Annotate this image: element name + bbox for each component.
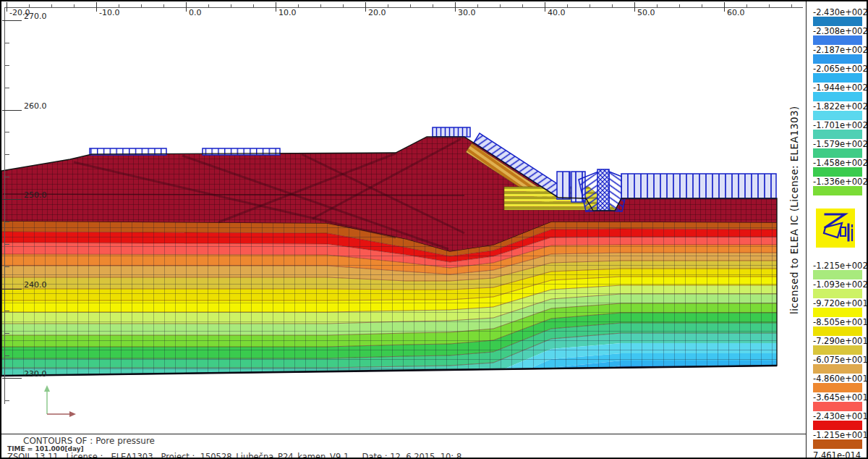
x-tick [7, 2, 7, 12]
x-ruler [4, 7, 803, 8]
x-minor-tick [679, 4, 680, 8]
y-tick [2, 20, 22, 21]
legend-value: -2.065e+002 [813, 64, 868, 74]
x-minor-tick [702, 4, 702, 8]
x-tick-label: -10.0 [99, 8, 119, 17]
legend-band [813, 345, 862, 355]
x-minor-tick [433, 4, 433, 8]
legend-band [813, 364, 862, 374]
legend-value: -1.093e+002 [813, 279, 868, 290]
x-minor-tick [477, 4, 478, 8]
legend-value: -1.215e+002 [813, 261, 868, 271]
license-vertical-text: licensed to ELEA IC (License: ELEA1303) [788, 58, 803, 362]
x-minor-tick [253, 4, 254, 8]
x-tick [545, 2, 545, 12]
y-minor-tick [4, 355, 9, 356]
x-minor-tick [500, 4, 501, 8]
y-tick-label: 230.0 [24, 369, 47, 379]
legend-band [813, 73, 862, 83]
legend-value: -2.308e+002 [813, 26, 868, 36]
legend-value: -8.505e+001 [813, 317, 868, 327]
x-minor-tick [388, 4, 388, 8]
origin-axes-icon [23, 380, 88, 425]
y-minor-tick [4, 177, 9, 177]
y-minor-tick [4, 132, 9, 132]
y-ruler [4, 7, 5, 404]
x-minor-tick [231, 4, 231, 8]
x-tick [186, 2, 187, 12]
zsoil-logo [816, 209, 855, 248]
y-tick [2, 378, 22, 379]
legend-band [813, 270, 862, 279]
zsoil-plot-window: -20.0-10.00.010.020.030.040.050.060.0 27… [0, 0, 868, 459]
y-minor-tick [4, 333, 9, 334]
legend-value: -1.701e+002 [813, 120, 868, 130]
legend-band [813, 92, 862, 101]
statusbar: CONTOURS OF : Pore pressure TIME = 101.0… [1, 434, 806, 459]
legend-band [813, 35, 862, 45]
legend-band [813, 308, 862, 317]
legend-value: -1.215e+001 [813, 430, 868, 440]
x-minor-tick [51, 4, 52, 8]
x-minor-tick [567, 4, 568, 8]
x-tick-label: 10.0 [278, 8, 297, 17]
x-tick-label: 20.0 [368, 8, 386, 17]
x-minor-tick [29, 4, 30, 8]
legend-value: -6.075e+001 [813, 355, 868, 365]
x-minor-tick [410, 4, 411, 8]
x-minor-tick [612, 4, 613, 8]
legend-band [813, 439, 862, 449]
fe-mesh-grid [1, 221, 777, 376]
legend-value: -4.860e+001 [813, 374, 868, 384]
legend-band [813, 289, 862, 298]
x-tick-label: 30.0 [458, 8, 476, 17]
y-minor-tick [4, 43, 9, 43]
y-minor-tick [4, 65, 9, 66]
y-tick-label: 240.0 [24, 280, 47, 290]
y-tick [2, 289, 22, 290]
y-minor-tick [4, 266, 9, 267]
legend-value: -3.645e+001 [813, 392, 868, 403]
y-minor-tick [4, 154, 9, 155]
y-minor-tick [4, 244, 9, 245]
legend-band [813, 54, 862, 64]
legend-value: -2.187e+002 [813, 45, 868, 55]
y-minor-tick [4, 88, 9, 88]
legend-value: -1.944e+002 [813, 83, 868, 93]
legend-value: -1.458e+002 [813, 158, 868, 168]
legend-band [813, 186, 862, 195]
panel-separator [806, 1, 807, 458]
x-tick-label: 50.0 [637, 8, 655, 17]
x-minor-tick [119, 4, 119, 8]
x-tick [455, 2, 456, 12]
x-tick-label: 40.0 [548, 8, 566, 17]
x-minor-tick [141, 4, 142, 8]
x-tick [365, 2, 366, 12]
x-minor-tick [163, 4, 164, 8]
legend-band [813, 421, 862, 430]
x-minor-tick [769, 4, 770, 8]
x-tick-label: 0.0 [189, 8, 202, 17]
legend-band [813, 327, 862, 336]
legend-value: -7.290e+001 [813, 336, 868, 346]
legend-value: -1.579e+002 [813, 139, 868, 149]
y-tick-label: 270.0 [24, 12, 47, 21]
legend-band [813, 148, 862, 158]
x-minor-tick [590, 4, 590, 8]
x-tick [276, 2, 276, 12]
legend-band [813, 130, 862, 139]
status-info-line: ZSOIL 13.11 License : ELEA1303 Project :… [7, 452, 461, 459]
mesh-plot [1, 1, 806, 459]
x-minor-tick [74, 4, 75, 8]
x-minor-tick [657, 4, 658, 8]
y-tick-label: 250.0 [24, 190, 47, 200]
x-minor-tick [298, 4, 299, 8]
legend-band [813, 167, 862, 177]
y-tick-label: 260.0 [24, 101, 47, 111]
y-minor-tick [4, 222, 9, 222]
y-minor-tick [4, 400, 9, 401]
x-minor-tick [522, 4, 523, 8]
legend-value: -9.720e+001 [813, 298, 868, 308]
x-tick [634, 2, 635, 12]
legend-value: -2.430e+002 [813, 7, 868, 17]
